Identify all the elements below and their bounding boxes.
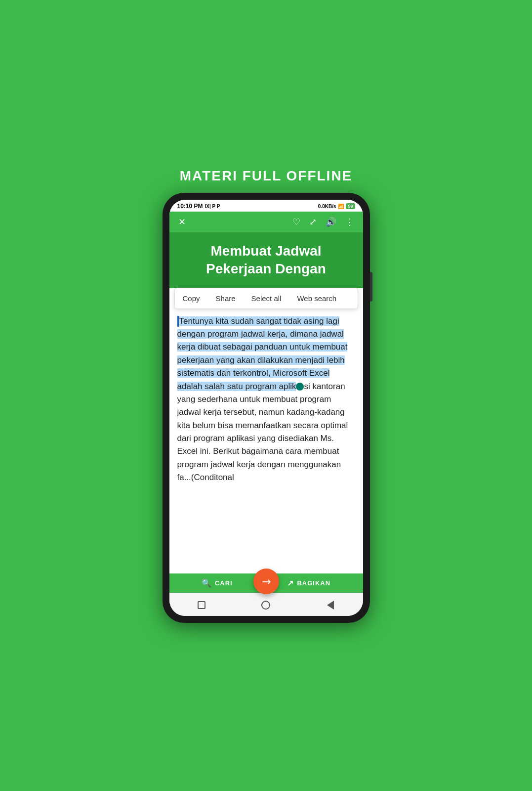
context-menu-select-all[interactable]: Select all: [244, 288, 289, 308]
status-left: 10:10 PM IX| P P: [177, 203, 220, 210]
content-area: Membuat Jadwal Pekerjaan Dengan Copy Sha…: [169, 232, 363, 573]
status-bar: 10:10 PM IX| P P 0.0KB/s 📶 59: [169, 200, 363, 212]
article-body: Tentunya kita sudah sangat tidak asing l…: [169, 309, 363, 573]
share-label: BAGIKAN: [297, 579, 330, 587]
search-label: CARI: [215, 579, 233, 587]
selected-text: Tentunya kita sudah sangat tidak asing l…: [177, 316, 348, 391]
status-right: 0.0KB/s 📶 59: [318, 203, 355, 209]
favorite-icon[interactable]: ♡: [292, 217, 300, 227]
content-header: Membuat Jadwal Pekerjaan Dengan: [169, 232, 363, 288]
home-icon: [261, 601, 270, 610]
back-icon: [327, 601, 334, 610]
status-icons-left: IX| P P: [205, 204, 220, 209]
nav-back-button[interactable]: [325, 599, 336, 611]
context-menu: Copy Share Select all Web search: [174, 288, 358, 309]
volume-icon[interactable]: 🔊: [326, 217, 336, 227]
app-bottom-bar: 🔍 CARI ↗ ↗ BAGIKAN: [169, 573, 363, 593]
article-text: Tentunya kita sudah sangat tidak asing l…: [177, 315, 355, 484]
wifi-icon: 📶: [338, 204, 344, 209]
more-options-icon[interactable]: ⋮: [345, 217, 354, 227]
cursor-right: [296, 383, 304, 391]
nav-home-button[interactable]: [260, 599, 272, 611]
context-menu-share[interactable]: Share: [208, 288, 244, 308]
status-time: 10:10 PM: [177, 203, 203, 210]
recents-icon: [198, 601, 205, 609]
system-nav-bar: [169, 593, 363, 616]
share-button[interactable]: ↗ BAGIKAN: [287, 578, 330, 588]
toolbar-icons-right: ♡ ⤢ 🔊 ⋮: [292, 217, 354, 227]
fab-icon: ↗: [258, 573, 274, 589]
phone-frame: 10:10 PM IX| P P 0.0KB/s 📶 59 ✕ ♡ ⤢ 🔊 ⋮: [163, 193, 370, 623]
context-menu-copy[interactable]: Copy: [175, 288, 208, 308]
fullscreen-icon[interactable]: ⤢: [309, 217, 317, 227]
context-menu-web-search[interactable]: Web search: [289, 288, 344, 308]
cursor-left: [177, 316, 179, 327]
search-button[interactable]: 🔍 CARI: [202, 578, 233, 588]
share-icon: ↗: [287, 578, 294, 588]
network-speed: 0.0KB/s: [318, 204, 336, 209]
fab-button[interactable]: ↗: [253, 569, 279, 594]
battery-indicator: 59: [346, 203, 355, 209]
close-icon[interactable]: ✕: [178, 217, 186, 227]
phone-screen: 10:10 PM IX| P P 0.0KB/s 📶 59 ✕ ♡ ⤢ 🔊 ⋮: [169, 200, 363, 616]
nav-recents-button[interactable]: [196, 599, 207, 611]
page-title: MATERI FULL OFFLINE: [180, 168, 353, 184]
search-icon: 🔍: [202, 578, 212, 588]
content-header-title: Membuat Jadwal Pekerjaan Dengan: [177, 242, 355, 278]
app-toolbar: ✕ ♡ ⤢ 🔊 ⋮: [169, 212, 363, 232]
